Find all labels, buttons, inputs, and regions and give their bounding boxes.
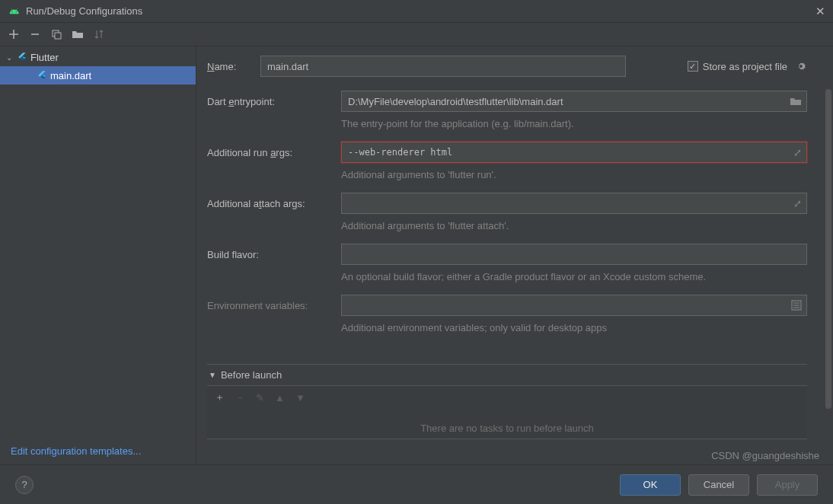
close-icon[interactable]: ✕ [815,5,825,18]
copy-icon[interactable] [50,28,62,40]
edit-templates-link[interactable]: Edit configuration templates... [0,438,196,464]
bl-remove-icon: － [235,391,245,404]
attachargs-hint: Additional arguments to 'flutter attach'… [341,220,807,231]
bl-add-icon[interactable]: ＋ [215,391,225,404]
before-launch-empty: There are no tasks to run before launch [207,409,807,439]
remove-icon[interactable] [29,28,41,40]
browse-folder-icon[interactable] [790,96,802,107]
name-input[interactable]: main.dart [260,56,626,77]
attachargs-input[interactable]: ⤢ [341,193,807,214]
entrypoint-hint: The entry-point for the application (e.g… [341,118,807,129]
scrollbar-thumb[interactable] [825,89,831,409]
window-title: Run/Debug Configurations [26,5,815,17]
entrypoint-value: D:\MyFile\develop\android\testflutter\li… [348,96,563,107]
flutter-icon [37,70,47,81]
name-value: main.dart [267,61,308,72]
tree-item-label: main.dart [50,70,91,81]
name-label: N [207,61,214,72]
cancel-button[interactable]: Cancel [688,474,749,496]
store-checkbox[interactable] [688,61,698,72]
tree-root-label: Flutter [30,52,59,63]
add-icon[interactable] [8,28,20,40]
folder-icon[interactable] [72,28,84,40]
before-launch-toolbar: ＋ － ✎ ▲ ▼ [207,385,807,409]
bl-edit-icon: ✎ [256,392,264,404]
gear-icon[interactable] [795,60,807,72]
apply-button[interactable]: Apply [757,474,818,496]
config-toolbar [0,23,833,46]
flavor-label: Build flavor: [207,249,341,260]
bl-down-icon: ▼ [295,392,305,404]
runargs-input[interactable]: --web-renderer html ⤢ [341,142,807,163]
before-launch-header[interactable]: ▼ Before launch [207,365,807,385]
runargs-label: Additional run args: [207,147,341,158]
tree-root-flutter[interactable]: ⌄ Flutter [0,48,196,66]
store-label[interactable]: Store as project file [703,61,787,72]
list-icon[interactable] [791,300,802,311]
bl-up-icon: ▲ [275,392,285,404]
tree-item-main-dart[interactable]: main.dart [0,66,196,85]
entrypoint-input[interactable]: D:\MyFile\develop\android\testflutter\li… [341,91,807,112]
sort-icon[interactable] [93,28,105,40]
android-app-icon [8,5,20,18]
flavor-input[interactable] [341,244,807,265]
flutter-icon [17,52,27,62]
chevron-down-icon: ⌄ [6,53,12,62]
entrypoint-label: Dart entrypoint: [207,96,341,107]
expand-icon[interactable]: ⤢ [793,147,802,158]
flavor-hint: An optional build flavor; either a Gradl… [341,271,807,282]
svg-rect-1 [55,33,61,39]
env-label: Environment variables: [207,300,341,311]
chevron-down-icon: ▼ [209,371,216,379]
runargs-hint: Additional arguments to 'flutter run'. [341,169,807,180]
runargs-value: --web-renderer html [348,147,452,158]
help-button[interactable]: ? [15,476,34,494]
env-hint: Additional environment variables; only v… [341,322,807,333]
env-input[interactable] [341,295,807,316]
attachargs-label: Additional attach args: [207,198,341,209]
expand-icon[interactable]: ⤢ [793,198,802,209]
watermark: CSDN @guangdeshishe [711,450,819,461]
ok-button[interactable]: OK [620,474,681,496]
